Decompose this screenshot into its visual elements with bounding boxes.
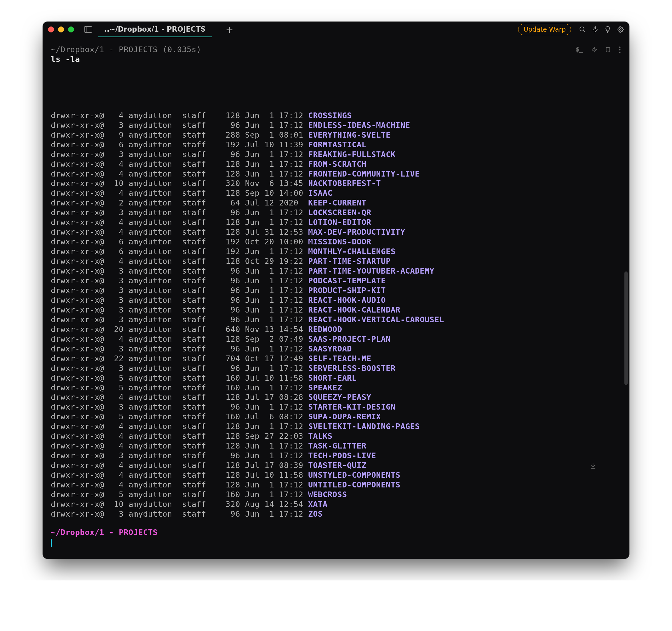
search-icon[interactable] [579, 26, 586, 33]
bookmark-icon[interactable] [605, 46, 611, 53]
active-prompt[interactable]: ~/Dropbox/1 - PROJECTS [43, 522, 629, 559]
scrollbar-thumb[interactable] [624, 272, 628, 385]
directory-name: PRODUCT-SHIP-KIT [308, 286, 386, 295]
directory-name: PART-TIME-YOUTUBER-ACADEMY [308, 266, 434, 276]
listing-row: drwxr-xr-x@ 3 amydutton staff 96 Jun 1 1… [51, 344, 621, 354]
directory-name: TASK-GLITTER [308, 441, 366, 450]
svg-point-5 [620, 29, 621, 30]
directory-name: WEBCROSS [308, 490, 347, 499]
listing-row: drwxr-xr-x@ 3 amydutton staff 96 Jun 1 1… [51, 150, 621, 160]
listing-row: drwxr-xr-x@ 9 amydutton staff 288 Sep 1 … [51, 130, 621, 140]
listing-row: drwxr-xr-x@ 3 amydutton staff 96 Jun 1 1… [51, 286, 621, 296]
listing-row: drwxr-xr-x@ 3 amydutton staff 96 Jun 1 1… [51, 315, 621, 325]
directory-name: LOTION-EDITOR [308, 218, 371, 227]
directory-name: CROSSINGS [308, 111, 352, 120]
directory-name: SQUEEZY-PEASY [308, 393, 371, 402]
directory-name: UNSTYLED-COMPONENTS [308, 470, 400, 480]
listing-row: drwxr-xr-x@ 6 amydutton staff 192 Oct 20… [51, 237, 621, 247]
terminal-window: ..~/Dropbox/1 - PROJECTS + Update Warp ~… [43, 22, 629, 559]
listing-row: drwxr-xr-x@ 4 amydutton staff 128 Jun 1 … [51, 169, 621, 179]
terminal-tab[interactable]: ..~/Dropbox/1 - PROJECTS [98, 22, 212, 37]
listing-row: drwxr-xr-x@ 5 amydutton staff 160 Jun 1 … [51, 490, 621, 499]
svg-point-10 [619, 52, 620, 53]
update-warp-button[interactable]: Update Warp [518, 24, 571, 35]
listing-row: drwxr-xr-x@ 5 amydutton staff 160 Jul 10… [51, 373, 621, 383]
bolt-icon[interactable] [592, 46, 597, 53]
listing-row: drwxr-xr-x@ 4 amydutton staff 128 Jun 1 … [51, 160, 621, 169]
directory-name: SVELTEKIT-LANDING-PAGES [308, 422, 420, 431]
directory-name: REACT-HOOK-AUDIO [308, 296, 386, 305]
directory-name: FREAKING-FULLSTACK [308, 150, 395, 159]
listing-row: drwxr-xr-x@ 6 amydutton staff 192 Jun 1 … [51, 247, 621, 257]
directory-name: TALKS [308, 431, 333, 441]
panel-toggle-icon[interactable] [84, 26, 92, 33]
download-icon[interactable] [589, 442, 619, 489]
command-block-header: ~/Dropbox/1 - PROJECTS (0.035s) ls -la $… [43, 37, 629, 66]
listing-row: drwxr-xr-x@ 4 amydutton staff 128 Jun 1 … [51, 422, 621, 431]
directory-name: ZOS [308, 509, 323, 518]
svg-marker-7 [592, 47, 597, 52]
settings-gear-icon[interactable] [617, 26, 624, 33]
directory-name: TOASTER-QUIZ [308, 461, 366, 470]
directory-name: SAASYROAD [308, 344, 352, 353]
minimize-window-button[interactable] [58, 26, 64, 32]
directory-name: REACT-HOOK-CALENDAR [308, 305, 400, 314]
directory-name: ISAAC [308, 188, 333, 197]
listing-row: drwxr-xr-x@ 3 amydutton staff 96 Jun 1 1… [51, 296, 621, 305]
listing-row: drwxr-xr-x@ 20 amydutton staff 640 Nov 1… [51, 325, 621, 334]
directory-name: ENDLESS-IDEAS-MACHINE [308, 121, 410, 130]
prompt-icon[interactable]: $_ [576, 46, 584, 53]
listing-row: drwxr-xr-x@ 3 amydutton staff 96 Jun 1 1… [51, 266, 621, 276]
titlebar: ..~/Dropbox/1 - PROJECTS + Update Warp [43, 22, 629, 37]
listing-row: drwxr-xr-x@ 4 amydutton staff 128 Jun 1 … [51, 218, 621, 227]
listing-row: drwxr-xr-x@ 4 amydutton staff 128 Sep 27… [51, 431, 621, 441]
traffic-lights [48, 26, 74, 32]
command-output[interactable]: drwxr-xr-x@ 4 amydutton staff 128 Jun 1 … [43, 66, 629, 522]
tab-title: ..~/Dropbox/1 - PROJECTS [104, 25, 206, 33]
listing-row: drwxr-xr-x@ 3 amydutton staff 96 Jun 1 1… [51, 364, 621, 373]
zoom-window-button[interactable] [68, 26, 74, 32]
bolt-icon[interactable] [592, 26, 598, 33]
directory-name: REACT-HOOK-VERTICAL-CAROUSEL [308, 315, 444, 324]
directory-name: SELF-TEACH-ME [308, 354, 371, 363]
close-window-button[interactable] [48, 26, 54, 32]
directory-name: FROM-SCRATCH [308, 160, 366, 169]
listing-row: drwxr-xr-x@ 4 amydutton staff 128 Jul 31… [51, 227, 621, 237]
listing-row: drwxr-xr-x@ 4 amydutton staff 128 Jun 1 … [51, 480, 621, 490]
svg-point-8 [619, 47, 620, 48]
directory-name: LOCKSCREEN-QR [308, 208, 371, 217]
block-actions: $_ [576, 45, 621, 53]
listing-row: drwxr-xr-x@ 4 amydutton staff 128 Jul 10… [51, 470, 621, 480]
svg-point-9 [619, 49, 620, 50]
directory-name: TECH-PODS-LIVE [308, 451, 376, 460]
listing-row: drwxr-xr-x@ 3 amydutton staff 96 Jun 1 1… [51, 402, 621, 412]
directory-name: SERVERLESS-BOOSTER [308, 364, 395, 373]
listing-row: drwxr-xr-x@ 4 amydutton staff 128 Jul 17… [51, 393, 621, 402]
directory-name: UNTITLED-COMPONENTS [308, 480, 400, 489]
directory-name: REDWOOD [308, 325, 342, 334]
listing-row: drwxr-xr-x@ 4 amydutton staff 128 Jun 1 … [51, 111, 621, 121]
listing-row: drwxr-xr-x@ 10 amydutton staff 320 Nov 6… [51, 179, 621, 188]
listing-row: drwxr-xr-x@ 5 amydutton staff 160 Jun 1 … [51, 383, 621, 393]
listing-row: drwxr-xr-x@ 10 amydutton staff 320 Aug 1… [51, 499, 621, 509]
more-options-icon[interactable] [619, 46, 621, 53]
listing-row: drwxr-xr-x@ 2 amydutton staff 64 Jul 12 … [51, 198, 621, 208]
directory-name: PODCAST-TEMPLATE [308, 276, 386, 285]
svg-rect-0 [84, 26, 92, 32]
listing-row: drwxr-xr-x@ 3 amydutton staff 96 Jun 1 1… [51, 208, 621, 218]
directory-name: SHORT-EARL [308, 373, 357, 382]
listing-row: drwxr-xr-x@ 4 amydutton staff 128 Oct 29… [51, 257, 621, 266]
listing-row: drwxr-xr-x@ 6 amydutton staff 192 Jul 10… [51, 140, 621, 150]
directory-name: SPEAKEZ [308, 383, 342, 392]
new-tab-button[interactable]: + [226, 24, 234, 35]
titlebar-actions [579, 26, 624, 33]
listing-row: drwxr-xr-x@ 4 amydutton staff 128 Sep 10… [51, 188, 621, 198]
executed-command: ls -la [51, 54, 570, 64]
listing-row: drwxr-xr-x@ 3 amydutton staff 96 Jun 1 1… [51, 276, 621, 286]
directory-name: KEEP-CURRENT [308, 198, 366, 207]
directory-name: FRONTEND-COMMUNITY-LIVE [308, 169, 420, 179]
directory-name: HACKTOBERFEST-T [308, 179, 381, 188]
lightbulb-icon[interactable] [604, 26, 611, 33]
svg-text:$_: $_ [576, 46, 583, 53]
svg-point-2 [580, 27, 584, 31]
